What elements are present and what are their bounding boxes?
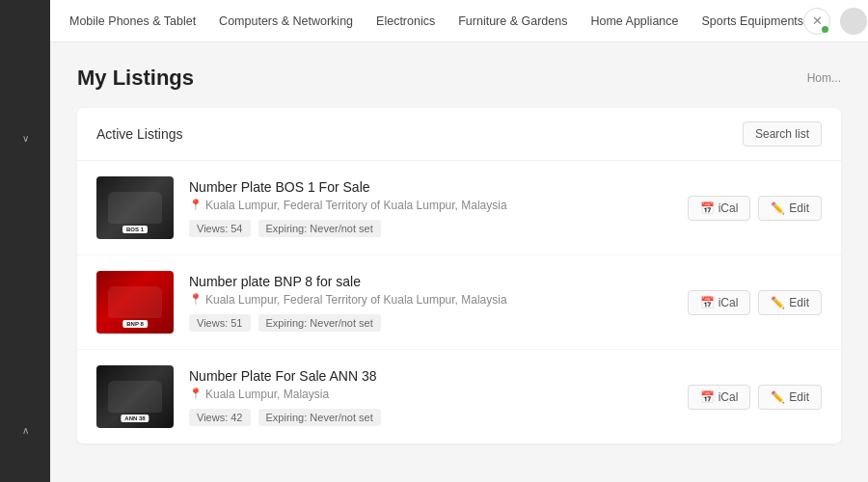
ical-label: iCal xyxy=(719,201,739,215)
edit-label: Edit xyxy=(789,390,809,404)
location-text: Kuala Lumpur, Federal Territory of Kuala… xyxy=(205,293,507,307)
edit-icon: ✏️ xyxy=(771,296,785,309)
listing-info: Number plate BNP 8 for sale 📍 Kuala Lump… xyxy=(189,274,672,332)
sidebar: ∨ ∧ xyxy=(0,0,50,482)
views-tag: Views: 42 xyxy=(189,409,251,426)
page-body: My Listings Hom... Active Listings Searc… xyxy=(50,42,868,482)
location-text: Kuala Lumpur, Malaysia xyxy=(205,388,329,401)
car-body-shape xyxy=(108,286,162,318)
nav-right: ✕ xyxy=(803,8,867,35)
listing-info: Number Plate BOS 1 For Sale 📍 Kuala Lump… xyxy=(189,179,672,237)
expiry-tag: Expiring: Never/not set xyxy=(258,314,381,332)
ical-button[interactable]: 📅 iCal xyxy=(688,385,751,410)
listing-tags: Views: 42 Expiring: Never/not set xyxy=(189,409,672,426)
expiry-tag: Expiring: Never/not set xyxy=(258,409,381,426)
car-image-2: BNP 8 xyxy=(96,271,174,334)
listing-actions: 📅 iCal ✏️ Edit xyxy=(688,196,822,221)
listing-thumbnail: BOS 1 xyxy=(96,176,174,239)
nav-item-computers[interactable]: Computers & Networking xyxy=(219,11,353,32)
listing-tags: Views: 51 Expiring: Never/not set xyxy=(189,314,672,332)
nav-item-furniture[interactable]: Furniture & Gardens xyxy=(458,11,567,32)
nav-item-electronics[interactable]: Electronics xyxy=(376,11,435,32)
location-pin-icon: 📍 xyxy=(189,388,203,400)
notification-button[interactable]: ✕ xyxy=(803,8,830,35)
location-text: Kuala Lumpur, Federal Territory of Kuala… xyxy=(205,199,507,212)
listing-item: BNP 8 Number plate BNP 8 for sale 📍 Kual… xyxy=(77,255,841,350)
main-content: Mobile Phones & Tablet Computers & Netwo… xyxy=(50,0,868,482)
car-plate-text: ANN 38 xyxy=(121,415,149,422)
car-body-shape xyxy=(108,381,162,413)
ical-label: iCal xyxy=(719,390,739,404)
calendar-icon: 📅 xyxy=(700,390,715,404)
top-nav: Mobile Phones & Tablet Computers & Netwo… xyxy=(50,0,868,42)
close-icon: ✕ xyxy=(812,13,823,28)
listing-item: BOS 1 Number Plate BOS 1 For Sale 📍 Kual… xyxy=(77,161,841,255)
sidebar-collapse-bottom[interactable]: ∧ xyxy=(14,417,37,443)
views-tag: Views: 54 xyxy=(189,220,251,237)
sidebar-collapse-top[interactable]: ∨ xyxy=(14,125,37,151)
edit-label: Edit xyxy=(789,296,809,309)
listing-actions: 📅 iCal ✏️ Edit xyxy=(688,290,822,315)
expiry-tag: Expiring: Never/not set xyxy=(258,220,381,237)
listing-name: Number Plate BOS 1 For Sale xyxy=(189,179,672,195)
listing-thumbnail: BNP 8 xyxy=(96,271,174,334)
ical-label: iCal xyxy=(719,296,739,309)
user-avatar[interactable] xyxy=(840,8,867,35)
listing-actions: 📅 iCal ✏️ Edit xyxy=(688,385,822,410)
listing-thumbnail: ANN 38 xyxy=(96,365,174,428)
edit-button[interactable]: ✏️ Edit xyxy=(758,196,822,221)
listings-header: Active Listings Search list xyxy=(77,108,841,161)
listing-location: 📍 Kuala Lumpur, Federal Territory of Kua… xyxy=(189,199,672,212)
listing-name: Number Plate For Sale ANN 38 xyxy=(189,368,672,384)
notification-dot xyxy=(822,26,828,33)
listing-item: ANN 38 Number Plate For Sale ANN 38 📍 Ku… xyxy=(77,350,841,443)
edit-icon: ✏️ xyxy=(771,390,785,404)
ical-button[interactable]: 📅 iCal xyxy=(688,290,751,315)
edit-icon: ✏️ xyxy=(771,201,785,215)
listings-section-title: Active Listings xyxy=(96,126,182,142)
car-plate-text: BNP 8 xyxy=(122,320,148,328)
listing-location: 📍 Kuala Lumpur, Malaysia xyxy=(189,388,672,401)
listing-info: Number Plate For Sale ANN 38 📍 Kuala Lum… xyxy=(189,368,672,426)
listings-card: Active Listings Search list BOS 1 Number… xyxy=(77,108,841,443)
search-listings-button[interactable]: Search list xyxy=(743,121,822,147)
calendar-icon: 📅 xyxy=(700,296,715,309)
nav-items: Mobile Phones & Tablet Computers & Netwo… xyxy=(69,11,803,32)
nav-item-sports[interactable]: Sports Equipments xyxy=(701,11,803,32)
location-pin-icon: 📍 xyxy=(189,293,203,306)
breadcrumb: Hom... xyxy=(807,71,841,85)
page-header: My Listings Hom... xyxy=(77,66,841,91)
nav-item-home-appliance[interactable]: Home Appliance xyxy=(590,11,678,32)
car-image-1: BOS 1 xyxy=(96,176,174,239)
views-tag: Views: 51 xyxy=(189,314,251,332)
calendar-icon: 📅 xyxy=(700,201,715,215)
edit-button[interactable]: ✏️ Edit xyxy=(758,290,822,315)
car-plate-text: BOS 1 xyxy=(122,226,148,233)
listing-name: Number plate BNP 8 for sale xyxy=(189,274,672,289)
listing-tags: Views: 54 Expiring: Never/not set xyxy=(189,220,672,237)
listing-location: 📍 Kuala Lumpur, Federal Territory of Kua… xyxy=(189,293,672,307)
edit-button[interactable]: ✏️ Edit xyxy=(758,385,822,410)
car-image-3: ANN 38 xyxy=(96,365,174,428)
nav-item-mobile[interactable]: Mobile Phones & Tablet xyxy=(69,11,196,32)
edit-label: Edit xyxy=(789,201,809,215)
location-pin-icon: 📍 xyxy=(189,199,203,211)
ical-button[interactable]: 📅 iCal xyxy=(688,196,751,221)
page-title: My Listings xyxy=(77,66,194,91)
car-body-shape xyxy=(108,192,162,224)
